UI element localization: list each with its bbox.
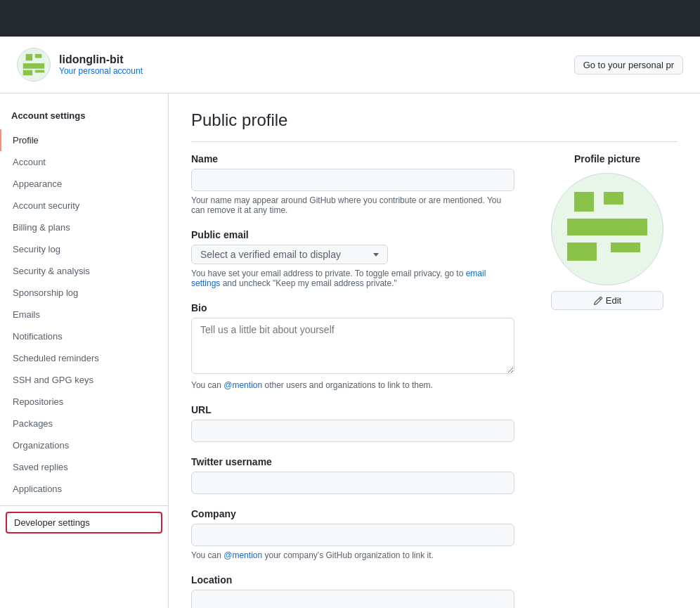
sidebar-item-profile[interactable]: Profile — [0, 129, 168, 151]
email-settings-link[interactable]: email settings — [191, 269, 486, 288]
header-subtitle: Your personal account — [59, 66, 143, 76]
sidebar-item-security-analysis[interactable]: Security & analysis — [0, 260, 168, 282]
header-user-info: lidonglin-bit Your personal account — [59, 53, 143, 76]
svg-rect-3 — [23, 70, 32, 76]
form-right: Profile picture — [537, 153, 678, 608]
email-hint: You have set your email address to priva… — [191, 269, 514, 288]
chevron-down-icon — [373, 253, 379, 257]
avatar-icon — [20, 51, 47, 78]
header-username: lidonglin-bit — [59, 53, 143, 66]
sidebar-item-account[interactable]: Account — [0, 151, 168, 173]
sidebar: Account settings Profile Account Appeara… — [0, 93, 169, 608]
personal-profile-button[interactable]: Go to your personal pr — [574, 56, 683, 75]
profile-picture-label: Profile picture — [537, 153, 678, 164]
name-hint-text: Your name may appear around GitHub where… — [191, 195, 501, 215]
twitter-input[interactable] — [191, 472, 514, 494]
location-label: Location — [191, 574, 514, 586]
edit-profile-picture-button[interactable]: Edit — [551, 291, 663, 310]
sidebar-item-appearance[interactable]: Appearance — [0, 173, 168, 195]
avatar — [17, 48, 51, 82]
bio-hint: You can @mention other users and organiz… — [191, 380, 514, 390]
sidebar-divider — [0, 505, 168, 506]
form-section: Name Your name may appear around GitHub … — [191, 153, 678, 608]
location-input[interactable] — [191, 590, 514, 608]
twitter-group: Twitter username — [191, 456, 514, 494]
svg-rect-0 — [26, 54, 33, 61]
sidebar-item-scheduled-reminders[interactable]: Scheduled reminders — [0, 347, 168, 369]
public-email-group: Public email Select a verified email to … — [191, 229, 514, 288]
sidebar-item-repositories[interactable]: Repositories — [0, 391, 168, 413]
header-area: lidonglin-bit Your personal account Go t… — [0, 37, 700, 93]
profile-avatar-icon — [562, 183, 653, 275]
sidebar-item-sponsorship-log[interactable]: Sponsorship log — [0, 282, 168, 304]
sidebar-item-ssh-gpg-keys[interactable]: SSH and GPG keys — [0, 369, 168, 391]
company-mention-link[interactable]: @mention — [223, 550, 262, 560]
sidebar-item-applications[interactable]: Applications — [0, 478, 168, 500]
sidebar-item-notifications[interactable]: Notifications — [0, 325, 168, 347]
bio-group: Bio You can @mention other users and org… — [191, 302, 514, 390]
svg-rect-8 — [567, 219, 647, 235]
sidebar-item-organizations[interactable]: Organizations — [0, 434, 168, 456]
sidebar-item-emails[interactable]: Emails — [0, 304, 168, 325]
profile-picture-container: Edit — [551, 173, 663, 310]
svg-rect-9 — [567, 242, 597, 261]
profile-picture-section: Profile picture — [537, 153, 678, 310]
bio-textarea[interactable] — [191, 318, 514, 374]
svg-rect-2 — [23, 63, 44, 69]
sidebar-item-account-security[interactable]: Account security — [0, 195, 168, 216]
sidebar-item-security-log[interactable]: Security log — [0, 238, 168, 260]
name-label: Name — [191, 153, 514, 164]
location-group: Location — [191, 574, 514, 608]
svg-rect-7 — [604, 192, 623, 205]
url-label: URL — [191, 404, 514, 415]
header-left: lidonglin-bit Your personal account — [17, 48, 143, 82]
url-input[interactable] — [191, 420, 514, 442]
top-navbar — [0, 0, 700, 37]
name-input[interactable] — [191, 169, 514, 191]
svg-rect-4 — [35, 70, 44, 73]
email-select[interactable]: Select a verified email to display — [191, 245, 388, 264]
svg-rect-6 — [574, 192, 594, 212]
profile-picture-circle — [551, 173, 663, 285]
twitter-label: Twitter username — [191, 456, 514, 467]
header-right: Go to your personal pr — [574, 56, 683, 75]
page-layout: Account settings Profile Account Appeara… — [0, 93, 700, 608]
form-left: Name Your name may appear around GitHub … — [191, 153, 514, 608]
sidebar-item-developer-settings[interactable]: Developer settings — [6, 512, 162, 533]
edit-button-label: Edit — [606, 295, 621, 306]
company-group: Company You can @mention your company's … — [191, 508, 514, 560]
sidebar-item-saved-replies[interactable]: Saved replies — [0, 456, 168, 478]
bio-mention-link[interactable]: @mention — [223, 380, 262, 390]
company-hint: You can @mention your company's GitHub o… — [191, 550, 514, 560]
bio-label: Bio — [191, 302, 514, 313]
company-input[interactable] — [191, 524, 514, 546]
sidebar-item-billing-plans[interactable]: Billing & plans — [0, 216, 168, 238]
name-hint: Your name may appear around GitHub where… — [191, 195, 514, 215]
public-email-label: Public email — [191, 229, 514, 240]
url-group: URL — [191, 404, 514, 442]
name-group: Name Your name may appear around GitHub … — [191, 153, 514, 215]
sidebar-item-packages[interactable]: Packages — [0, 413, 168, 434]
email-select-placeholder: Select a verified email to display — [200, 249, 341, 260]
svg-rect-10 — [611, 242, 640, 252]
company-label: Company — [191, 508, 514, 519]
main-content: Public profile Name Your name may appear… — [169, 93, 700, 608]
sidebar-heading: Account settings — [0, 105, 168, 127]
svg-rect-1 — [35, 54, 42, 58]
page-title: Public profile — [191, 110, 678, 142]
pencil-icon — [593, 296, 603, 306]
